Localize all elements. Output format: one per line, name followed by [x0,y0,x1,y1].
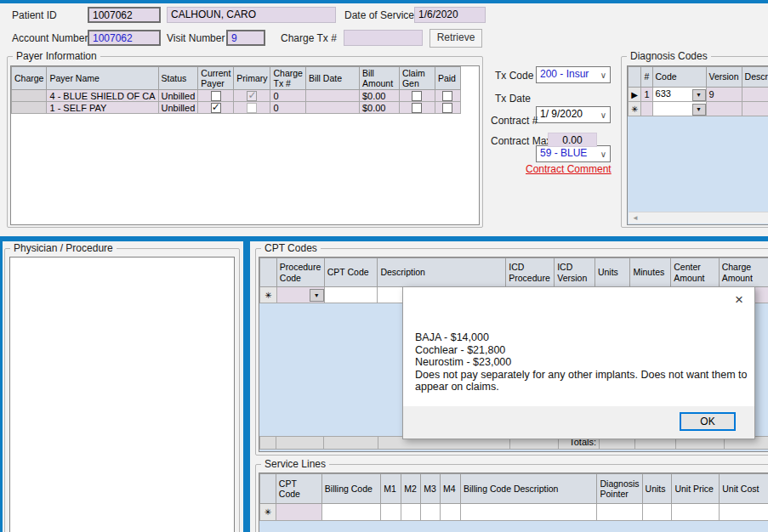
retrieve-button[interactable]: Retrieve [430,29,482,48]
dialog-line: Cochlear - $21,800 [415,344,748,357]
chevron-down-icon[interactable]: ∨ [600,147,606,161]
row-selector-header [629,67,641,88]
app-window: Patient ID 1007062 CALHOUN, CARO Date of… [0,0,768,532]
charge-cell[interactable] [12,90,47,102]
current-row-icon: ▶ [631,90,638,99]
claim-gen-cell[interactable] [399,102,435,114]
diagnosis-hscrollbar[interactable]: ◄ [629,212,768,224]
charge-cell[interactable] [12,102,47,114]
procedure-code-cell[interactable]: ▼ [276,287,324,303]
payer-row[interactable]: 1 - SELF PAY Unbilled 0 $0.00 [12,102,461,114]
claim-gen-checkbox[interactable] [412,103,422,113]
account-number-field[interactable]: 1007062 [88,30,161,46]
diagnosis-new-row[interactable]: ✳ ▼ [629,102,768,116]
row-selector[interactable]: ▶ [629,88,641,102]
dialog-message: BAJA - $14,000 Cochlear - $21,800 Neuros… [415,331,748,393]
vertical-divider[interactable] [243,241,250,532]
diag-num-cell [641,102,652,116]
dropdown-icon[interactable]: ▼ [692,104,706,116]
contract-comment-link[interactable]: Contract Comment [526,163,612,175]
billing-code-cell[interactable] [321,504,380,521]
diagnosis-row[interactable]: ▶ 1 633▼ 9 [629,88,768,102]
claim-gen-checkbox[interactable] [412,91,422,101]
dialog-line: BAJA - $14,000 [415,331,748,344]
col-unit-cost: Unit Cost [720,474,768,504]
scroll-left-icon[interactable]: ◄ [629,212,642,224]
col-m3: M3 [421,474,441,504]
col-num: # [641,67,652,88]
m2-cell[interactable] [401,504,421,521]
patient-name-field: CALHOUN, CARO [167,7,336,23]
paid-cell[interactable] [435,102,460,114]
diag-description-cell [742,88,768,102]
dialog-line: Neurostim - $23,000 [415,356,748,369]
chevron-down-icon[interactable]: ∨ [600,108,606,122]
contract-combo[interactable]: 59 - BLUE ∨ [536,145,611,162]
diagnosis-codes-title: Diagnosis Codes [627,50,711,62]
patient-id-label: Patient ID [12,9,57,21]
status-cell: Unbilled [158,102,198,114]
row-selector[interactable]: ✳ [260,504,276,521]
col-charge: Charge [12,67,47,90]
status-cell: Unbilled [158,90,198,102]
ok-button[interactable]: OK [680,412,736,431]
unit-price-cell[interactable] [672,504,720,521]
contract-value: 59 - BLUE [540,147,587,159]
charge-tx-field[interactable] [344,30,423,46]
m3-cell[interactable] [421,504,441,521]
col-unit-price: Unit Price [672,474,720,504]
col-minutes: Minutes [630,258,671,287]
bill-amount-cell: $0.00 [359,90,399,102]
diagnosis-pointer-cell[interactable] [597,504,642,521]
paid-checkbox[interactable] [442,103,452,113]
diagnosis-table: # Code Version Description ▶ 1 633▼ 9 ✳ [628,66,768,116]
physician-procedure-list[interactable] [9,257,235,532]
dropdown-icon[interactable]: ▼ [692,89,706,101]
row-selector[interactable]: ✳ [629,102,641,116]
charge-tx-cell: 0 [270,102,305,114]
col-icd-version: ICD Version [555,258,595,287]
cpt-code-cell[interactable] [276,504,321,521]
service-lines-title: Service Lines [261,458,329,470]
billing-code-description-cell[interactable] [460,504,597,521]
current-payer-checkbox[interactable] [211,91,221,101]
diag-code-cell[interactable]: ▼ [652,102,706,116]
current-payer-checkbox[interactable] [211,103,221,113]
cpt-code-cell[interactable] [324,287,378,303]
diag-description-cell [742,102,768,116]
physician-procedure-title: Physician / Procedure [10,242,117,254]
col-charge-amount: Charge Amount [719,258,768,287]
diag-code-cell[interactable]: 633▼ [652,88,706,102]
current-payer-cell[interactable] [198,90,234,102]
top-accent-bar [0,0,768,3]
date-of-service-label: Date of Service [344,9,414,21]
tx-code-combo[interactable]: 200 - Insur ∨ [536,66,611,83]
row-selector[interactable]: ✳ [260,287,277,303]
m4-cell[interactable] [441,504,461,521]
tx-date-combo[interactable]: 1/ 9/2020 ∨ [536,106,611,123]
paid-checkbox[interactable] [442,91,452,101]
chevron-down-icon[interactable]: ∨ [600,68,606,82]
close-icon[interactable]: × [735,292,743,307]
col-bill-date: Bill Date [305,67,359,90]
payer-name-cell: 4 - BLUE SHIELD OF CA [47,90,158,102]
service-line-new-row[interactable]: ✳ [260,504,768,521]
col-bill-amount: Bill Amount [359,67,399,90]
col-status: Status [158,67,198,90]
payer-table: Charge Payer Name Status Current Payer P… [11,66,461,114]
current-payer-cell[interactable] [198,102,234,114]
m1-cell[interactable] [381,504,401,521]
patient-id-field[interactable]: 1007062 [88,7,161,23]
visit-number-field[interactable]: 9 [226,30,265,46]
date-of-service-field: 1/6/2020 [414,7,486,23]
payer-row[interactable]: 4 - BLUE SHIELD OF CA Unbilled 0 $0.00 [12,90,461,102]
dropdown-icon[interactable]: ▼ [310,289,324,302]
unit-cost-cell[interactable] [720,504,768,521]
diag-code-value[interactable]: 633 [653,88,692,99]
paid-cell[interactable] [435,90,460,102]
units-cell[interactable] [642,504,672,521]
claim-gen-cell[interactable] [399,90,435,102]
left-edge-bar [0,241,3,532]
payer-name-cell: 1 - SELF PAY [47,102,158,114]
col-payer-name: Payer Name [47,67,158,90]
